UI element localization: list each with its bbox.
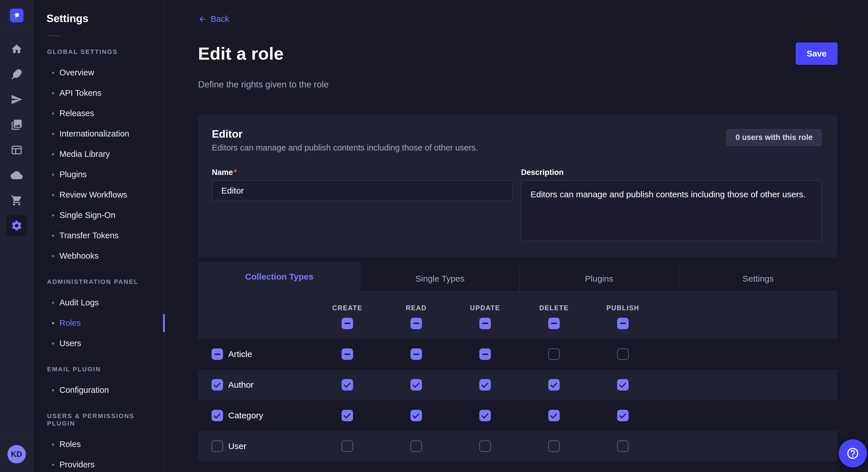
checkbox-article-publish[interactable] [617, 348, 629, 360]
rail-item-feather[interactable] [6, 64, 27, 85]
checkbox-author-update[interactable] [479, 379, 491, 391]
tab-plugins[interactable]: Plugins [519, 266, 678, 292]
bullet-icon [52, 342, 54, 345]
subnav-item-label: Releases [59, 109, 94, 118]
checkbox-article-read[interactable] [410, 348, 422, 360]
row-select-article-checkbox[interactable] [212, 348, 223, 360]
select-all-create-checkbox[interactable] [342, 318, 353, 329]
help-button[interactable] [839, 439, 867, 467]
section-label-email-plugin: EMAIL PLUGIN [47, 366, 165, 373]
subnav-item-releases[interactable]: Releases [34, 103, 165, 124]
select-all-delete-checkbox[interactable] [548, 318, 560, 329]
name-input[interactable] [212, 180, 513, 201]
checkbox-article-delete[interactable] [548, 348, 560, 360]
checkbox-category-publish[interactable] [617, 410, 629, 421]
bullet-icon [52, 302, 54, 304]
subnav-item-api-tokens[interactable]: API Tokens [34, 83, 165, 103]
subnav-sections: GLOBAL SETTINGSOverviewAPI TokensRelease… [34, 48, 165, 472]
checkbox-user-delete[interactable] [548, 440, 560, 452]
row-select-user-checkbox[interactable] [212, 440, 223, 452]
tab-collection-types[interactable]: Collection Types [198, 262, 361, 292]
checkbox-user-read[interactable] [410, 440, 422, 452]
rail-icons [6, 39, 27, 236]
subnav-item-configuration[interactable]: Configuration [34, 380, 165, 400]
select-all-read-checkbox[interactable] [410, 318, 422, 329]
back-label: Back [211, 14, 229, 24]
rail-item-send[interactable] [6, 89, 27, 110]
permissions-table-body: ArticleAuthorCategoryUser [198, 339, 838, 462]
checkbox-author-publish[interactable] [617, 379, 629, 391]
role-name-heading: Editor [212, 128, 478, 140]
role-description-text: Editors can manage and publish contents … [212, 143, 478, 153]
section-label-administration-panel: ADMINISTRATION PANEL [47, 278, 165, 285]
rail-item-media[interactable] [6, 114, 27, 135]
checkbox-category-create[interactable] [342, 410, 353, 421]
checkbox-article-create[interactable] [342, 348, 353, 360]
description-field-group: Description Editors can manage and publi… [521, 168, 822, 242]
subnav-item-single-sign-on[interactable]: Single Sign-On [34, 205, 165, 225]
bullet-icon [52, 194, 54, 196]
subnav-item-transfer-tokens[interactable]: Transfer Tokens [34, 225, 165, 246]
rail-item-home[interactable] [6, 39, 27, 59]
subnav-item-media-library[interactable]: Media Library [34, 144, 165, 164]
checkbox-user-publish[interactable] [617, 440, 629, 452]
subnav-item-label: Overview [59, 68, 94, 77]
subnav-item-label: Transfer Tokens [59, 231, 119, 240]
subnav-item-audit-logs[interactable]: Audit Logs [34, 293, 165, 313]
subnav-item-review-workflows[interactable]: Review Workflows [34, 185, 165, 205]
column-header-update: UPDATE [451, 304, 520, 312]
subnav-item-label: Roles [59, 440, 81, 449]
subnav-item-providers[interactable]: Providers [34, 454, 165, 472]
subnav-item-label: Review Workflows [59, 190, 127, 200]
checkbox-user-update[interactable] [479, 440, 491, 452]
tab-single-types[interactable]: Single Types [361, 266, 519, 292]
row-select-category-checkbox[interactable] [212, 410, 223, 421]
checkbox-category-delete[interactable] [548, 410, 560, 421]
row-label-article: Article [228, 349, 252, 359]
checkbox-author-read[interactable] [410, 379, 422, 391]
required-asterisk: * [234, 168, 237, 177]
select-all-update-checkbox[interactable] [479, 318, 491, 329]
page-title: Edit a role [198, 43, 284, 64]
subnav-item-webhooks[interactable]: Webhooks [34, 246, 165, 266]
bullet-icon [52, 72, 54, 74]
feather-icon [11, 68, 23, 80]
bullet-icon [52, 443, 54, 446]
select-all-publish-checkbox[interactable] [617, 318, 629, 329]
subnav-item-label: Media Library [59, 149, 110, 159]
checkbox-article-update[interactable] [479, 348, 491, 360]
subnav-item-label: Plugins [59, 170, 87, 179]
subnav-item-roles[interactable]: Roles [34, 434, 165, 454]
section-list-administration-panel: Audit LogsRolesUsers [34, 293, 165, 353]
rail-divider [0, 30, 33, 31]
back-link[interactable]: Back [198, 14, 229, 24]
checkbox-user-create[interactable] [342, 440, 353, 452]
tab-settings[interactable]: Settings [679, 266, 838, 292]
subnav-item-users[interactable]: Users [34, 333, 165, 353]
checkbox-author-delete[interactable] [548, 379, 560, 391]
rail-item-cart[interactable] [6, 190, 27, 211]
subnav-item-roles[interactable]: Roles [34, 313, 165, 333]
checkbox-category-update[interactable] [479, 410, 491, 421]
user-avatar[interactable]: KD [7, 445, 26, 463]
users-with-role-badge[interactable]: 0 users with this role [726, 129, 822, 146]
settings-subnav: Settings GLOBAL SETTINGSOverviewAPI Toke… [34, 0, 165, 472]
rail-bottom: KD [0, 437, 33, 472]
role-details-card: Editor Editors can manage and publish co… [198, 115, 838, 257]
strapi-logo[interactable] [10, 9, 24, 22]
subnav-item-internationalization[interactable]: Internationalization [34, 124, 165, 144]
rail-item-cloud[interactable] [6, 165, 27, 186]
bullet-icon [52, 92, 54, 94]
checkbox-category-read[interactable] [410, 410, 422, 421]
checkbox-author-create[interactable] [342, 379, 353, 391]
subnav-item-plugins[interactable]: Plugins [34, 164, 165, 185]
save-button[interactable]: Save [796, 42, 838, 65]
rail-item-settings[interactable] [6, 215, 27, 236]
description-textarea[interactable]: Editors can manage and publish contents … [521, 180, 822, 241]
column-header-create: CREATE [313, 304, 382, 312]
rail-item-layout[interactable] [6, 140, 27, 160]
row-select-author-checkbox[interactable] [212, 379, 223, 391]
section-list-users-permissions-plugin: RolesProviders [34, 434, 165, 472]
subnav-item-overview[interactable]: Overview [34, 63, 165, 83]
permission-row-article: Article [198, 339, 838, 370]
